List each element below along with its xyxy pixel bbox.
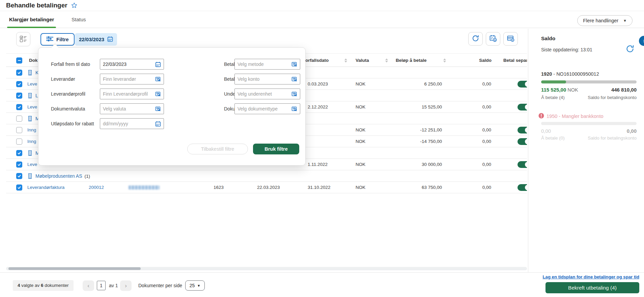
filters-button[interactable]: Filtre bbox=[40, 33, 75, 46]
checkbox-list-icon bbox=[20, 35, 27, 43]
lookup-icon[interactable] bbox=[155, 91, 161, 97]
document-type-filter[interactable]: Velg dokumenttype bbox=[234, 103, 300, 114]
horizontal-scrollbar-thumb[interactable] bbox=[8, 267, 141, 270]
sort-icon-currency[interactable] bbox=[385, 58, 388, 63]
doc-type-link[interactable]: Leve bbox=[27, 78, 37, 90]
amount-to-pay: 63 750,00 bbox=[422, 182, 442, 193]
column-header-pay-separate[interactable]: Betal separat bbox=[503, 54, 527, 67]
lookup-icon[interactable] bbox=[291, 106, 297, 112]
doc-type-link[interactable]: Leverandørfaktura bbox=[27, 182, 64, 193]
saldo-refresh-button[interactable] bbox=[624, 44, 636, 55]
document-currency-filter[interactable]: Velg valuta bbox=[100, 103, 164, 114]
next-page-button[interactable]: › bbox=[120, 280, 132, 291]
payment-method-filter[interactable]: Velg metode bbox=[234, 59, 300, 70]
lookup-icon[interactable] bbox=[155, 76, 161, 82]
more-actions-button[interactable]: Flere handlinger ▼ bbox=[577, 15, 633, 26]
doc-type-link[interactable]: Leve bbox=[27, 101, 37, 113]
pay-separate-toggle[interactable] bbox=[517, 81, 527, 88]
reset-filters-button[interactable]: Tilbakestill filtre bbox=[187, 144, 248, 154]
per-page-value: 25 bbox=[190, 283, 195, 288]
group-name[interactable]: L bbox=[35, 93, 38, 98]
currency: NOK bbox=[356, 136, 365, 147]
row-checkbox[interactable] bbox=[16, 81, 22, 87]
bulk-select-button[interactable] bbox=[16, 32, 30, 46]
column-header-document[interactable]: Dok bbox=[29, 54, 38, 67]
row-checkbox[interactable] bbox=[16, 173, 22, 179]
pay-separate-toggle[interactable] bbox=[517, 184, 527, 191]
supplier-profile-filter-label: Leverandørprofil bbox=[51, 89, 85, 99]
lookup-icon[interactable] bbox=[291, 91, 297, 97]
refresh-table-button[interactable] bbox=[468, 32, 483, 46]
chevron-right-icon: › bbox=[125, 282, 127, 289]
lookup-icon[interactable] bbox=[291, 61, 297, 67]
per-page-select[interactable]: 25 ▼ bbox=[185, 280, 205, 291]
lookup-icon[interactable] bbox=[155, 106, 161, 112]
column-header-due-date[interactable]: Forfallsdato bbox=[303, 54, 329, 67]
pay-separate-toggle[interactable] bbox=[517, 127, 527, 133]
row-checkbox[interactable] bbox=[16, 104, 22, 110]
row-checkbox[interactable] bbox=[16, 70, 22, 76]
more-actions-label: Flere handlinger bbox=[583, 18, 618, 23]
row-checkbox[interactable] bbox=[16, 150, 22, 156]
discount-expiry-filter[interactable]: dd/mm/yyyy bbox=[100, 118, 164, 129]
payment-account-filter[interactable]: Velg konto bbox=[234, 74, 300, 84]
previous-page-button[interactable]: ‹ bbox=[83, 280, 94, 291]
table-group-row: Møbelprodusenten AS(1) bbox=[6, 170, 527, 182]
filter-popup: Forfall frem til dato22/03/2023Leverandø… bbox=[38, 47, 306, 166]
filters-label: Filtre bbox=[56, 36, 69, 42]
due-date-filter[interactable]: 22/03/2023 bbox=[100, 59, 164, 70]
supplier-filter[interactable]: Finn leverandør bbox=[100, 74, 164, 84]
column-header-amount[interactable]: Beløp å betale bbox=[396, 54, 427, 67]
pay-separate-toggle[interactable] bbox=[517, 161, 527, 168]
row-checkbox[interactable] bbox=[16, 184, 22, 191]
row-checkbox[interactable] bbox=[16, 139, 22, 145]
column-header-saldo[interactable]: Saldo bbox=[479, 54, 492, 67]
title-bar: Behandle betalinger bbox=[0, 0, 644, 11]
table-gear-icon bbox=[507, 34, 515, 44]
tab-prepare-payments[interactable]: Klargjør betalinger bbox=[7, 11, 56, 28]
amount-to-pay: 0,00 bbox=[541, 128, 551, 134]
tab-status[interactable]: Status bbox=[69, 11, 88, 28]
discount-expiry-filter-label: Utløpsdato for rabatt bbox=[51, 118, 94, 129]
subunit-filter[interactable]: Velg underenhet bbox=[234, 89, 300, 99]
filter-sliders-icon bbox=[46, 36, 53, 43]
tab-bar: Klargjør betalinger Status bbox=[0, 11, 644, 28]
calendar-icon[interactable] bbox=[155, 121, 161, 127]
due-date-chip[interactable]: 22/03/2023 bbox=[75, 33, 117, 46]
confirm-payout-button[interactable]: Bekreft utbetaling (4) bbox=[545, 282, 639, 293]
pay-separate-toggle[interactable] bbox=[517, 138, 527, 145]
favorite-star-icon[interactable] bbox=[71, 2, 78, 9]
saldo-title: Saldo bbox=[541, 35, 555, 42]
supplier-profile-filter[interactable]: Finn Leverandørprofil bbox=[100, 89, 164, 99]
table-settings-button[interactable] bbox=[503, 32, 518, 46]
apply-filters-button[interactable]: Bruk filtre bbox=[253, 144, 299, 154]
row-checkbox[interactable] bbox=[16, 127, 22, 133]
doc-type-link[interactable]: Inng bbox=[27, 124, 36, 136]
sidebar-expand-button[interactable]: › bbox=[639, 36, 644, 46]
due-date: 2.12.2022 bbox=[308, 101, 328, 113]
column-header-currency[interactable]: Valuta bbox=[356, 54, 369, 67]
currency: NOK bbox=[356, 101, 365, 113]
row-checkbox[interactable] bbox=[16, 93, 22, 99]
row-checkbox[interactable] bbox=[16, 116, 22, 122]
chevron-down-icon: ▼ bbox=[197, 284, 200, 288]
doc-type-link[interactable]: Leve bbox=[27, 159, 37, 170]
sort-icon-amount[interactable] bbox=[443, 58, 446, 63]
due-date-filter-label: Forfall frem til dato bbox=[51, 59, 90, 70]
row-checkbox[interactable] bbox=[16, 162, 22, 168]
select-all-checkbox[interactable] bbox=[16, 57, 22, 64]
chevron-left-icon: ‹ bbox=[87, 282, 89, 289]
sort-icon-due-date[interactable] bbox=[344, 58, 347, 63]
lookup-icon[interactable] bbox=[291, 76, 297, 82]
pay-separate-toggle[interactable] bbox=[517, 104, 527, 110]
calendar-icon bbox=[107, 36, 113, 43]
account-2-title: 1950 - Mangler bankkonto bbox=[538, 113, 603, 120]
group-name[interactable]: Møbelprodusenten AS bbox=[35, 173, 82, 179]
doc-type-link[interactable]: Inng bbox=[27, 136, 36, 147]
create-schedule-link[interactable]: Lag en tidsplan for dine betalinger og s… bbox=[543, 274, 640, 279]
calendar-icon[interactable] bbox=[155, 61, 161, 67]
due-date: 31.10.2022 bbox=[308, 182, 331, 193]
payment-schedule-button[interactable]: $ bbox=[486, 32, 500, 46]
page-number-input[interactable] bbox=[97, 281, 106, 290]
doc-number-link[interactable]: 200012 bbox=[89, 182, 104, 193]
